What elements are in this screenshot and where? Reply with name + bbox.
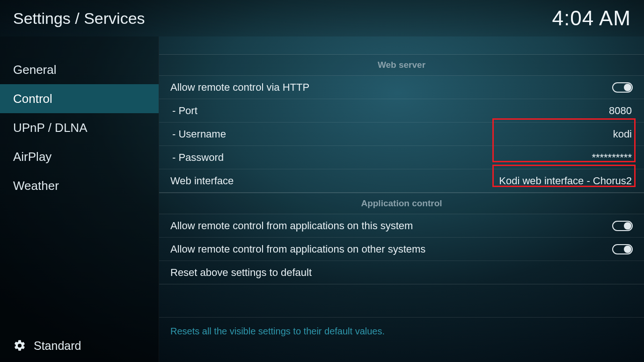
sidebar-item-general[interactable]: General <box>0 55 159 84</box>
setting-label: - Username <box>170 128 613 140</box>
sidebar-spacer <box>0 200 159 329</box>
settings-level-button[interactable]: Standard <box>0 329 159 362</box>
setting-label: - Password <box>170 152 592 164</box>
setting-label: - Port <box>170 105 609 117</box>
setting-label: Allow remote control via HTTP <box>170 81 612 94</box>
clock: 4:04 AM <box>552 7 631 30</box>
section-header-web-server: Web server <box>159 54 644 76</box>
setting-username[interactable]: - Username kodi <box>159 123 644 146</box>
section-application-control: Allow remote control from applications o… <box>159 214 644 284</box>
setting-label: Web interface <box>170 175 499 187</box>
header-bar: Settings / Services 4:04 AM <box>0 0 644 36</box>
gear-icon <box>13 339 26 352</box>
main-panel: Web server Allow remote control via HTTP… <box>159 36 644 362</box>
toggle-on-icon[interactable] <box>612 82 633 93</box>
setting-label: Reset above settings to default <box>170 267 633 279</box>
setting-web-interface[interactable]: Web interface Kodi web interface - Choru… <box>159 169 644 193</box>
breadcrumb: Settings / Services <box>13 9 552 28</box>
sidebar: General Control UPnP / DLNA AirPlay Weat… <box>0 36 159 362</box>
setting-allow-remote-other-systems[interactable]: Allow remote control from applications o… <box>159 238 644 261</box>
setting-port[interactable]: - Port 8080 <box>159 99 644 123</box>
sidebar-item-weather[interactable]: Weather <box>0 171 159 200</box>
toggle-on-icon[interactable] <box>612 221 633 231</box>
section-header-application-control: Application control <box>159 193 644 214</box>
section-web-server: Allow remote control via HTTP - Port 808… <box>159 76 644 193</box>
setting-reset-defaults[interactable]: Reset above settings to default <box>159 261 644 284</box>
setting-label: Allow remote control from applications o… <box>170 220 612 232</box>
setting-value: ********** <box>592 152 633 164</box>
setting-label: Allow remote control from applications o… <box>170 243 612 255</box>
sidebar-item-upnp-dlna[interactable]: UPnP / DLNA <box>0 113 159 142</box>
sidebar-item-control[interactable]: Control <box>0 84 159 113</box>
setting-value: Kodi web interface - Chorus2 <box>499 175 633 187</box>
toggle-on-icon[interactable] <box>612 244 633 254</box>
setting-description: Resets all the visible settings to their… <box>159 317 644 362</box>
setting-allow-remote-http[interactable]: Allow remote control via HTTP <box>159 76 644 99</box>
sidebar-item-airplay[interactable]: AirPlay <box>0 142 159 171</box>
settings-level-label: Standard <box>34 339 81 353</box>
setting-value: 8080 <box>609 105 633 117</box>
setting-password[interactable]: - Password ********** <box>159 146 644 169</box>
setting-allow-remote-this-system[interactable]: Allow remote control from applications o… <box>159 214 644 238</box>
setting-value: kodi <box>613 128 633 140</box>
